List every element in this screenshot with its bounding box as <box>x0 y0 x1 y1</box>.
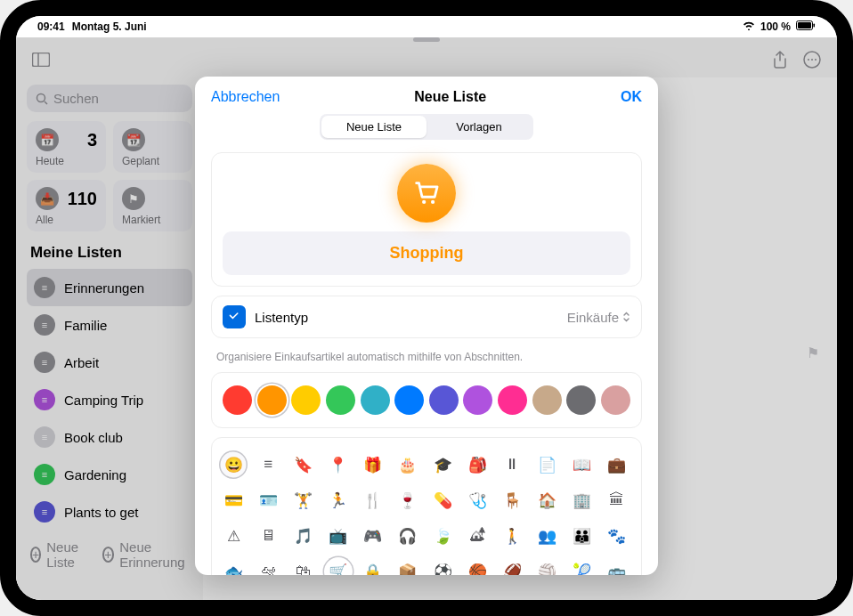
status-bar: 09:41 Montag 5. Juni 100 % <box>16 16 837 37</box>
smartlist-alle[interactable]: 📥110Alle <box>27 180 106 231</box>
icon-option[interactable]: 🛒 <box>324 557 353 575</box>
sidebar-item-erinnerungen[interactable]: ≡Erinnerungen <box>27 269 192 306</box>
color-swatch[interactable] <box>601 385 630 415</box>
icon-option[interactable]: 🎧 <box>394 522 422 550</box>
icon-option[interactable]: ⚠ <box>219 522 248 550</box>
icon-option[interactable]: 🏢 <box>568 486 597 515</box>
cancel-button[interactable]: Abbrechen <box>211 89 280 105</box>
color-swatch[interactable] <box>223 385 252 415</box>
color-swatch[interactable] <box>532 385 562 415</box>
sidebar-item-arbeit[interactable]: ≡Arbeit <box>27 344 192 381</box>
sidebar-item-plants-to-get[interactable]: ≡Plants to get <box>27 493 192 531</box>
icon-option[interactable]: 💼 <box>603 450 631 479</box>
new-reminder-button[interactable]: +Neue Erinnerung <box>102 539 189 570</box>
color-picker <box>211 372 642 428</box>
icon-option[interactable]: 📖 <box>568 450 597 479</box>
icon-option[interactable]: 👪 <box>568 522 597 550</box>
color-swatch[interactable] <box>566 385 596 415</box>
icon-option[interactable]: 🎂 <box>394 450 422 479</box>
icon-option[interactable]: 🚌 <box>603 557 631 575</box>
smartlist-markiert[interactable]: ⚑Markiert <box>113 180 192 231</box>
sidebar-item-camping-trip[interactable]: ≡Camping Trip <box>27 381 192 418</box>
list-type-value[interactable]: Einkäufe <box>567 310 630 325</box>
segmented-control[interactable]: Neue Liste Vorlagen <box>320 114 533 140</box>
sidebar-toggle-icon[interactable] <box>30 49 52 70</box>
tab-templates[interactable]: Vorlagen <box>426 116 532 138</box>
icon-option[interactable]: 🛩 <box>254 557 282 575</box>
color-swatch[interactable] <box>257 385 287 415</box>
share-icon[interactable] <box>769 49 791 70</box>
svg-point-12 <box>431 200 435 204</box>
smartlist-heute[interactable]: 📅3Heute <box>27 121 106 173</box>
wifi-icon <box>743 20 755 33</box>
icon-option[interactable]: 🔒 <box>359 557 387 575</box>
icon-option[interactable]: 👥 <box>533 522 562 550</box>
color-swatch[interactable] <box>498 385 527 415</box>
new-list-button[interactable]: +Neue Liste <box>30 539 85 570</box>
icon-option[interactable]: ⚽ <box>428 557 457 575</box>
icon-option[interactable]: 🍷 <box>394 486 422 515</box>
svg-point-9 <box>37 93 45 101</box>
icon-option[interactable]: 😀 <box>219 450 248 479</box>
icon-option[interactable]: 🎮 <box>359 522 387 550</box>
icon-option[interactable]: 🪪 <box>254 486 282 515</box>
list-type-icon <box>223 305 246 328</box>
icon-option[interactable]: 🐾 <box>603 522 631 550</box>
color-swatch[interactable] <box>429 385 459 415</box>
icon-option[interactable]: 📺 <box>324 522 353 550</box>
icon-option[interactable]: 🎒 <box>463 450 491 479</box>
color-swatch[interactable] <box>291 385 321 415</box>
sidebar-item-familie[interactable]: ≡Familie <box>27 306 192 344</box>
icon-option[interactable]: 🍃 <box>428 522 457 550</box>
icon-option[interactable]: 🎵 <box>288 522 317 550</box>
sidebar-item-book-club[interactable]: ≡Book club <box>27 418 192 456</box>
list-name-input[interactable]: Shopping <box>223 231 630 275</box>
icon-option[interactable]: 🏈 <box>498 557 526 575</box>
icon-option[interactable]: 🎁 <box>359 450 387 479</box>
icon-option[interactable]: 🏋 <box>288 486 317 515</box>
icon-option[interactable]: 🎾 <box>568 557 597 575</box>
new-list-modal: Abbrechen Neue Liste OK Neue Liste Vorla… <box>195 77 658 575</box>
icon-option[interactable]: 🛍 <box>288 557 317 575</box>
icon-option[interactable]: 🎓 <box>428 450 457 479</box>
icon-option[interactable]: 🏕 <box>463 522 491 550</box>
icon-option[interactable]: ≡ <box>254 450 282 479</box>
ok-button[interactable]: OK <box>621 89 642 105</box>
search-input[interactable]: Suchen <box>27 85 192 112</box>
status-date: Montag 5. Juni <box>72 20 147 33</box>
svg-rect-2 <box>814 24 816 28</box>
icon-option[interactable]: 🍴 <box>359 486 387 515</box>
color-swatch[interactable] <box>326 385 355 415</box>
list-type-card[interactable]: Listentyp Einkäufe <box>211 296 642 338</box>
icon-option[interactable]: 🖥 <box>254 522 282 550</box>
color-swatch[interactable] <box>463 385 492 415</box>
sidebar-section-title: Meine Listen <box>30 244 189 262</box>
icon-option[interactable]: 🏠 <box>533 486 562 515</box>
sidebar-item-gardening[interactable]: ≡Gardening <box>27 456 192 493</box>
icon-option[interactable]: 🚶 <box>498 522 526 550</box>
smartlist-geplant[interactable]: 📆Geplant <box>113 121 192 173</box>
icon-option[interactable]: 📍 <box>324 450 353 479</box>
icon-option[interactable]: 📦 <box>394 557 422 575</box>
tab-new-list[interactable]: Neue Liste <box>321 116 426 138</box>
list-icon-preview <box>397 164 456 223</box>
icon-option[interactable]: 💊 <box>428 486 457 515</box>
color-swatch[interactable] <box>361 385 390 415</box>
icon-option[interactable]: 🔖 <box>288 450 317 479</box>
icon-option[interactable]: 🏀 <box>463 557 491 575</box>
icon-picker: 😀≡🔖📍🎁🎂🎓🎒⏸📄📖💼💳🪪🏋🏃🍴🍷💊🩺🪑🏠🏢🏛⚠🖥🎵📺🎮🎧🍃🏕🚶👥👪🐾🐟🛩🛍🛒… <box>211 437 642 575</box>
icon-option[interactable]: 📄 <box>533 450 562 479</box>
updown-icon <box>622 311 630 323</box>
icon-option[interactable]: 🏛 <box>603 486 631 515</box>
icon-option[interactable]: 🏐 <box>533 557 562 575</box>
icon-option[interactable]: 🩺 <box>463 486 491 515</box>
icon-option[interactable]: 💳 <box>219 486 248 515</box>
icon-option[interactable]: ⏸ <box>498 450 526 479</box>
flag-icon[interactable]: ⚑ <box>807 344 819 361</box>
color-swatch[interactable] <box>394 385 424 415</box>
icon-option[interactable]: 🐟 <box>219 557 248 575</box>
icon-option[interactable]: 🏃 <box>324 486 353 515</box>
icon-option[interactable]: 🪑 <box>498 486 526 515</box>
svg-point-7 <box>811 59 813 61</box>
more-icon[interactable] <box>801 49 823 70</box>
